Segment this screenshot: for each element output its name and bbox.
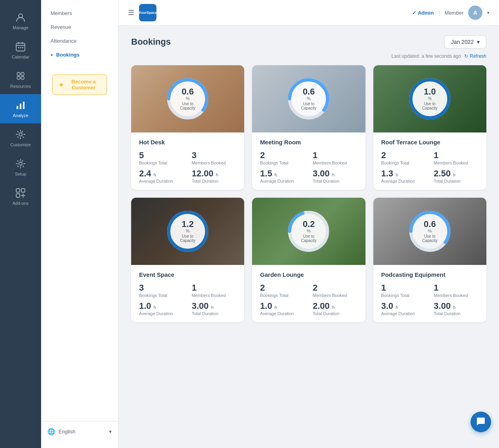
page-title: Bookings [131, 37, 171, 47]
sidebar-item-manage[interactable]: Manage [0, 6, 41, 36]
page-area: Bookings Jan 2022 ▾ Last updated: a few … [119, 26, 499, 448]
sidebar-label-resources: Resources [10, 84, 31, 89]
card-body-garden-lounge: Garden Lounge 2 Bookings Total 2 Members… [252, 265, 365, 322]
resource-card-podcasting-equipment: 0.6 % Use to Capacity Podcasting Equipme… [373, 198, 486, 322]
card-stats-hot-desk: 5 Bookings Total 3 Members Booked 2.4 h … [139, 151, 236, 183]
card-image-event-space: 1.2 % Use to Capacity [131, 198, 244, 265]
sidebar-item-calendar[interactable]: Calendar [0, 36, 41, 65]
sidebar-item-addons[interactable]: Add-ons [0, 182, 41, 211]
svg-rect-15 [21, 189, 25, 192]
svg-point-8 [21, 76, 24, 79]
avatar[interactable]: A [468, 6, 482, 20]
card-image-podcasting-equipment: 0.6 % Use to Capacity [373, 198, 486, 265]
capacity-center: 0.6 % Use to Capacity [419, 220, 441, 243]
resource-name-meeting-room: Meeting Room [260, 139, 357, 146]
card-image-hot-desk: 0.6 % Use to Capacity [131, 65, 244, 132]
last-updated-text: Last updated: a few seconds ago [392, 53, 461, 59]
stat-members-booked: 1 Members Booked [313, 151, 357, 165]
setup-icon [15, 158, 26, 169]
hamburger-icon[interactable]: ☰ [128, 8, 134, 17]
stat-avg-duration: 1.0 h Average Duration [260, 302, 305, 316]
resources-grid: 0.6 % Use to Capacity Hot Desk 5 Booking… [131, 65, 486, 322]
svg-rect-11 [23, 102, 24, 109]
capacity-percent-label: % [177, 229, 199, 233]
card-stats-meeting-room: 2 Bookings Total 1 Members Booked 1.5 h … [260, 151, 357, 183]
topbar-logo: ☰ Your Space [128, 4, 156, 21]
stat-bookings-total: 1 Bookings Total [381, 284, 426, 298]
card-body-hot-desk: Hot Desk 5 Bookings Total 3 Members Book… [131, 132, 244, 190]
card-stats-podcasting-equipment: 1 Bookings Total 1 Members Booked 3.0 h … [381, 284, 478, 316]
sidebar-item-members[interactable]: Members [41, 6, 118, 20]
capacity-circle-roof-terrace-lounge: 1.0 % Use to Capacity [408, 77, 452, 121]
capacity-percent-label: % [298, 96, 320, 101]
person-icon [15, 12, 26, 23]
stat-bookings-total: 2 Bookings Total [260, 151, 305, 165]
sidebar-label-setup: Setup [15, 172, 26, 176]
sidebar-item-customize[interactable]: Customize [0, 123, 41, 153]
last-updated-bar: Last updated: a few seconds ago ↻ Refres… [131, 53, 486, 59]
chat-button[interactable] [471, 412, 491, 432]
admin-label: ✓ Admin [412, 10, 434, 16]
language-selector[interactable]: 🌐 English ▾ [41, 421, 118, 442]
sidebar-item-bookings[interactable]: Bookings [41, 48, 118, 62]
sidebar-item-resources[interactable]: Resources [0, 65, 41, 94]
resource-card-roof-terrace-lounge: 1.0 % Use to Capacity Roof Terrace Loung… [373, 65, 486, 190]
text-sidebar: Members Revenue Attendance Bookings ★ Be… [41, 0, 119, 448]
capacity-label: Use to Capacity [298, 234, 320, 243]
stat-members-booked: 1 Members Booked [434, 284, 478, 298]
card-body-roof-terrace-lounge: Roof Terrace Lounge 2 Bookings Total 1 M… [373, 132, 486, 190]
capacity-percent-label: % [419, 229, 441, 233]
chevron-down-icon: ▾ [477, 39, 480, 45]
star-icon: ★ [59, 82, 64, 88]
capacity-percent-label: % [298, 229, 320, 233]
refresh-button[interactable]: ↻ Refresh [464, 53, 486, 59]
capacity-value: 1.0 [419, 87, 441, 96]
card-body-podcasting-equipment: Podcasting Equipment 1 Bookings Total 1 … [373, 265, 486, 322]
member-label: Member [444, 10, 463, 16]
app-logo: Your Space [139, 4, 156, 21]
icon-sidebar: Manage Calendar Resources Analyze [0, 0, 41, 448]
card-image-meeting-room: 0.6 % Use to Capacity [252, 65, 365, 132]
sidebar-label-addons: Add-ons [13, 201, 29, 206]
svg-point-7 [17, 76, 20, 79]
avatar-chevron-icon[interactable]: ▾ [487, 10, 490, 15]
card-stats-roof-terrace-lounge: 2 Bookings Total 1 Members Booked 1.3 h … [381, 151, 478, 183]
capacity-label: Use to Capacity [419, 102, 441, 110]
resource-name-garden-lounge: Garden Lounge [260, 271, 357, 278]
resource-name-roof-terrace-lounge: Roof Terrace Lounge [381, 139, 478, 146]
chevron-down-icon: ▾ [109, 429, 112, 435]
capacity-label: Use to Capacity [419, 234, 441, 243]
capacity-center: 1.0 % Use to Capacity [419, 87, 441, 110]
stat-total-duration: 3.00 h Total Duration [313, 169, 357, 183]
svg-point-13 [19, 162, 22, 165]
capacity-value: 1.2 [177, 220, 199, 229]
calendar-icon [15, 41, 26, 52]
addons-icon [15, 187, 26, 198]
stat-total-duration: 2.00 h Total Duration [313, 302, 357, 316]
sidebar-item-revenue[interactable]: Revenue [41, 20, 118, 34]
stat-total-duration: 12.00 h Total Duration [192, 169, 236, 183]
sidebar-label-customize: Customize [10, 142, 31, 147]
sidebar-item-setup[interactable]: Setup [0, 153, 41, 182]
sidebar-item-attendance[interactable]: Attendance [41, 34, 118, 48]
sidebar-label-manage: Manage [13, 25, 28, 30]
refresh-icon: ↻ [464, 53, 468, 59]
become-customer-button[interactable]: ★ Become a Customer [52, 74, 107, 95]
svg-rect-4 [22, 47, 23, 48]
main-content: ☰ Your Space ✓ Admin | Member A ▾ Bookin… [119, 0, 499, 448]
sidebar-label-calendar: Calendar [12, 55, 30, 59]
svg-point-6 [21, 72, 24, 76]
stat-avg-duration: 2.4 h Average Duration [139, 169, 184, 183]
stat-bookings-total: 3 Bookings Total [139, 284, 184, 298]
capacity-circle-garden-lounge: 0.2 % Use to Capacity [287, 210, 330, 253]
capacity-value: 0.6 [177, 87, 199, 96]
svg-rect-2 [18, 47, 19, 48]
resource-name-hot-desk: Hot Desk [139, 139, 236, 146]
sidebar-item-analyze[interactable]: Analyze [0, 94, 41, 123]
capacity-label: Use to Capacity [177, 234, 199, 243]
date-filter-dropdown[interactable]: Jan 2022 ▾ [444, 35, 486, 49]
resource-card-hot-desk: 0.6 % Use to Capacity Hot Desk 5 Booking… [131, 65, 244, 190]
svg-rect-16 [16, 194, 20, 197]
svg-point-12 [19, 133, 22, 136]
topbar: ☰ Your Space ✓ Admin | Member A ▾ [119, 0, 499, 26]
